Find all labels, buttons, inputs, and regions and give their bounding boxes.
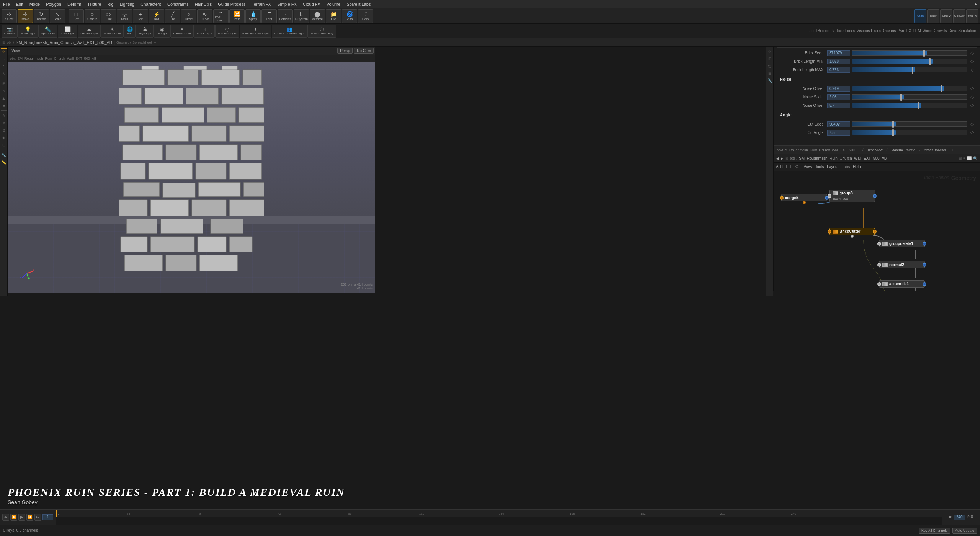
tool-curve[interactable]: ∿ Curve bbox=[197, 9, 212, 23]
render-btn[interactable]: Rndr bbox=[927, 9, 939, 23]
ne-zoomin-icon[interactable]: 🔍 bbox=[973, 156, 978, 160]
tool-grid[interactable]: ⊞ Grid bbox=[133, 9, 148, 23]
node-normal2[interactable]: normal2 bbox=[879, 261, 925, 268]
group8-input-port[interactable] bbox=[828, 194, 831, 198]
vptool-3[interactable]: ⊞ bbox=[1, 80, 7, 87]
area-light-btn[interactable]: ⬜ Area Light bbox=[58, 25, 77, 38]
assemble1-input-port[interactable] bbox=[877, 282, 881, 286]
tool-torus[interactable]: ◎ Torus bbox=[117, 9, 132, 23]
group8-output-port[interactable] bbox=[873, 194, 877, 198]
brick-seed-key-icon[interactable]: ◇ bbox=[970, 50, 974, 56]
menu-terrain-fx[interactable]: Terrain FX bbox=[248, 1, 274, 7]
tool-tube[interactable]: ⬭ Tube bbox=[101, 9, 116, 23]
tl-prev-btn[interactable]: ⏪ bbox=[10, 514, 17, 521]
node-group8[interactable]: group8 BackFace bbox=[829, 190, 875, 202]
noise-offset2-input[interactable] bbox=[827, 103, 850, 108]
menu-lighting[interactable]: Lighting bbox=[117, 1, 138, 7]
tool-select[interactable]: ⊹ Select bbox=[2, 9, 17, 23]
noise-scale-slider[interactable] bbox=[852, 94, 967, 100]
tool-bolt[interactable]: ⚡ Bolt bbox=[149, 9, 164, 23]
noise-offset1-slider[interactable] bbox=[852, 86, 967, 91]
assemble1-output-port[interactable] bbox=[923, 282, 926, 286]
vptool-r1[interactable]: ⊹ bbox=[767, 48, 773, 54]
distant-light-btn[interactable]: ☀ Distant Light bbox=[101, 25, 123, 38]
brick-length-min-key-icon[interactable]: ◇ bbox=[970, 59, 974, 64]
timeline-ruler[interactable]: 1 24 48 72 96 120 144 168 192 216 240 bbox=[56, 510, 942, 525]
menu-simple-fx[interactable]: Simple FX bbox=[274, 1, 300, 7]
tl-next-btn[interactable]: ⏩ bbox=[26, 514, 33, 521]
menu-texture[interactable]: Texture bbox=[84, 1, 104, 7]
main-3d-viewport[interactable]: 201 prims 414 points 414 points X Y Z bbox=[8, 62, 375, 293]
portal-light-btn[interactable]: ⊡ Portal Light bbox=[194, 25, 215, 38]
vptool-r3[interactable]: ◎ bbox=[767, 63, 773, 69]
tl-end-frame-input[interactable] bbox=[954, 515, 965, 520]
vptool-scale[interactable]: ⤡ bbox=[1, 70, 7, 76]
tool-lsystem[interactable]: L L-System bbox=[294, 9, 309, 23]
menu-mode[interactable]: Mode bbox=[26, 1, 43, 7]
menu-deform[interactable]: Deform bbox=[64, 1, 84, 7]
vptool-move[interactable]: ↔ bbox=[1, 56, 7, 62]
menu-edit[interactable]: Edit bbox=[13, 1, 26, 7]
ne-tab-matpalette[interactable]: Material Palette bbox=[888, 147, 918, 153]
menu-characters[interactable]: Characters bbox=[137, 1, 164, 7]
point-light-btn[interactable]: 💡 Point Light bbox=[18, 25, 38, 38]
vptool-measure[interactable]: 📏 bbox=[1, 159, 7, 165]
camera-btn[interactable]: 📷 Camera bbox=[2, 25, 18, 38]
noise-scale-key-icon[interactable]: ◇ bbox=[970, 94, 974, 100]
particles-area-light-btn[interactable]: ✦ Particles Area Light bbox=[240, 25, 271, 38]
brick-length-max-slider[interactable] bbox=[852, 67, 967, 72]
groupdelete1-input-port[interactable] bbox=[877, 242, 881, 246]
tool-scale[interactable]: ⤡ Scale bbox=[50, 9, 65, 23]
tool-box[interactable]: □ Box bbox=[69, 9, 84, 23]
brickcutter-output-port[interactable] bbox=[873, 230, 877, 234]
tool-move[interactable]: ✛ Move bbox=[18, 9, 33, 23]
ne-thumb-icon[interactable]: ⬜ bbox=[967, 156, 972, 160]
tool-spray[interactable]: 💧 Spray bbox=[245, 9, 261, 23]
caustic-light-btn[interactable]: ✦ Caustic Light bbox=[170, 25, 193, 38]
noise-offset1-slider-handle[interactable] bbox=[941, 85, 942, 92]
tool-spiral[interactable]: 🌀 Spiral bbox=[342, 9, 357, 23]
brick-length-max-slider-handle[interactable] bbox=[912, 67, 913, 74]
groupdelete1-output-port[interactable] bbox=[923, 242, 926, 246]
noise-offset1-key-icon[interactable]: ◇ bbox=[970, 86, 974, 91]
vptool-10[interactable]: ◈ bbox=[1, 134, 7, 141]
normal2-output-port[interactable] bbox=[923, 263, 926, 267]
ne-tab-add-icon[interactable]: + bbox=[949, 147, 957, 154]
tool-helix[interactable]: ⤴ Helix bbox=[358, 9, 373, 23]
volume-light-btn[interactable]: ☁ Volume Light bbox=[78, 25, 101, 38]
brick-length-max-input[interactable] bbox=[827, 67, 850, 73]
tool-sphere[interactable]: ○ Sphere bbox=[85, 9, 100, 23]
brickcutter-display-flag[interactable] bbox=[851, 235, 854, 238]
ne-menu-go[interactable]: Go bbox=[795, 165, 800, 169]
tl-play-btn[interactable]: ▶ bbox=[18, 514, 25, 521]
ne-menu-view[interactable]: View bbox=[804, 165, 812, 169]
merge5-display-flag[interactable] bbox=[803, 201, 806, 204]
normal2-input-port[interactable] bbox=[877, 263, 881, 267]
tl-frame-input[interactable] bbox=[42, 514, 53, 520]
menu-extend[interactable]: + bbox=[972, 1, 980, 7]
brick-seed-slider[interactable] bbox=[852, 50, 967, 56]
vptool-snap[interactable]: 🔧 bbox=[1, 152, 7, 158]
menu-solveit-labs[interactable]: Solve it Labs bbox=[343, 1, 374, 7]
menu-constraints[interactable]: Constraints bbox=[164, 1, 192, 7]
env-light-btn[interactable]: 🌐 Env bbox=[124, 25, 136, 38]
vptool-11[interactable]: ⊟ bbox=[1, 142, 7, 148]
vptool-9[interactable]: ⊘ bbox=[1, 127, 7, 133]
geometry-spreadsheet-btn[interactable]: GeoSpr bbox=[953, 9, 965, 23]
noise-offset1-input[interactable] bbox=[827, 86, 850, 92]
ne-menu-labs[interactable]: Labs bbox=[841, 165, 850, 169]
tl-start-btn[interactable]: ⏮ bbox=[2, 514, 9, 521]
vptool-r2[interactable]: ⊞ bbox=[767, 56, 773, 62]
node-canvas[interactable]: Indie Edition Geometry bbox=[774, 171, 980, 291]
ne-tab-assetbrowser[interactable]: Asset Browser bbox=[921, 147, 949, 153]
menu-hair-utils[interactable]: Hair Utils bbox=[192, 1, 215, 7]
noise-offset2-slider[interactable] bbox=[852, 103, 967, 108]
brick-seed-slider-handle[interactable] bbox=[923, 50, 925, 57]
ne-menu-help[interactable]: Help bbox=[853, 165, 861, 169]
vptool-8[interactable]: ⊕ bbox=[1, 120, 7, 126]
noise-offset2-slider-handle[interactable] bbox=[918, 102, 919, 109]
auto-update-btn[interactable]: Auto Update bbox=[952, 528, 977, 534]
brick-length-max-key-icon[interactable]: ◇ bbox=[970, 67, 974, 72]
brick-length-min-input[interactable] bbox=[827, 59, 850, 64]
node-groupdelete1[interactable]: groupdelete1 bbox=[879, 240, 925, 247]
